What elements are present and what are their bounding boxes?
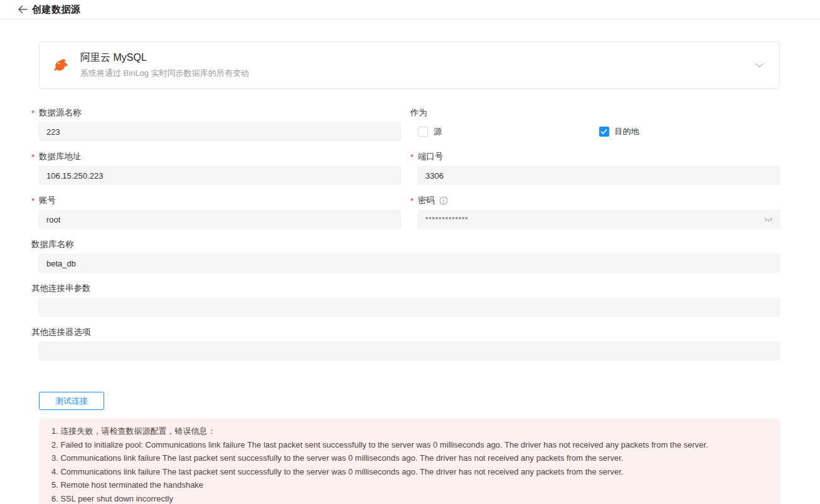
datasource-name-label: *数据源名称 [31,107,401,118]
field-port: *端口号 [418,151,780,185]
conn-params-input[interactable] [39,298,780,317]
password-input[interactable] [418,210,780,229]
conn-params-label: 其他连接串参数 [31,283,780,294]
mysql-logo-icon [53,56,70,74]
page-title: 创建数据源 [32,4,81,16]
db-name-label: 数据库名称 [31,239,780,250]
checkbox-source-label: 源 [434,126,442,137]
field-db-name: 数据库名称 [39,239,780,273]
error-line: 2. Failed to initialize pool: Communicat… [51,438,767,452]
test-connection-button[interactable]: 测试连接 [39,392,104,410]
check-icon [600,129,607,135]
db-host-input[interactable] [39,166,401,185]
datasource-form: *数据源名称 作为 源 目的地 [39,107,780,360]
field-password: *密码 [418,195,780,229]
error-line: 3. Communications link failure The last … [51,451,767,465]
error-line: 5. Remote host terminated the handshake [51,478,767,492]
page-header: 创建数据源 [0,0,820,19]
field-role: 作为 源 目的地 [418,107,780,141]
datasource-name-input[interactable] [39,122,401,141]
field-connector-options: 其他连接器选项 [39,327,780,360]
connector-card[interactable]: 阿里云 MySQL 系统将通过 BinLog 实时同步数据库的所有变动 [39,41,780,89]
role-label: 作为 [410,107,780,118]
error-line: 6. SSL peer shut down incorrectly [51,492,767,504]
checkbox-destination-label: 目的地 [615,126,639,137]
checkbox-destination-box[interactable] [599,127,609,137]
connection-error-panel: 1. 连接失败，请检查数据源配置，错误信息： 2. Failed to init… [39,419,780,504]
required-asterisk: * [410,152,416,162]
chevron-down-icon[interactable] [755,63,764,68]
eye-invisible-icon[interactable] [764,216,774,223]
field-account: *账号 [39,195,401,229]
required-asterisk: * [410,196,416,206]
password-label: *密码 [410,195,780,206]
connector-options-input[interactable] [39,342,780,360]
port-input[interactable] [418,166,780,185]
back-arrow-icon[interactable] [17,4,28,14]
account-input[interactable] [39,210,401,229]
checkbox-source[interactable]: 源 [418,126,599,137]
field-db-host: *数据库地址 [39,151,401,185]
field-datasource-name: *数据源名称 [39,107,401,141]
db-name-input[interactable] [39,254,780,273]
required-asterisk: * [31,196,37,206]
db-host-label: *数据库地址 [31,151,401,162]
info-circle-icon[interactable] [439,196,448,205]
port-label: *端口号 [410,151,780,162]
checkbox-destination[interactable]: 目的地 [599,126,780,137]
required-asterisk: * [31,108,37,118]
field-conn-params: 其他连接串参数 [39,283,780,317]
error-line: 1. 连接失败，请检查数据源配置，错误信息： [51,424,767,438]
checkbox-source-box[interactable] [418,127,428,137]
connector-subtitle: 系统将通过 BinLog 实时同步数据库的所有变动 [80,68,249,79]
role-checkbox-row: 源 目的地 [418,122,780,141]
account-label: *账号 [31,195,401,206]
connector-options-label: 其他连接器选项 [31,327,780,338]
connector-title: 阿里云 MySQL [80,51,249,65]
required-asterisk: * [31,152,37,162]
error-line: 4. Communications link failure The last … [51,465,767,479]
